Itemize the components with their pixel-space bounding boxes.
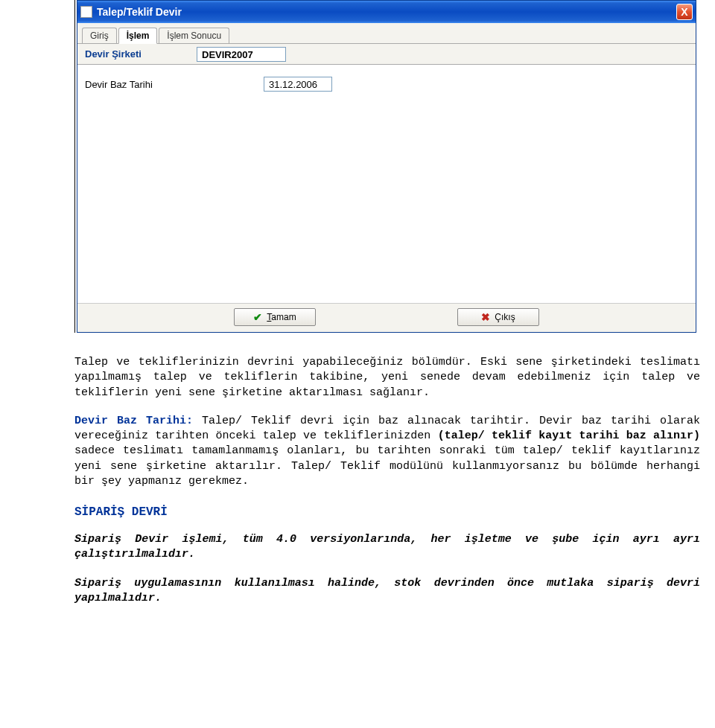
devir-baz-tarihi-input[interactable]: 31.12.2006 [264,77,332,92]
devir-sirketi-value[interactable]: DEVIR2007 [197,47,286,62]
button-bar: ✔ Tamam ✖ Çıkış [77,303,696,332]
close-icon: X [681,6,687,18]
tab-giris[interactable]: Giriş [82,28,117,43]
baz-tarihi-bold: (talep/ teklif kayıt tarihi baz alınır) [438,430,700,442]
app-icon [80,6,92,18]
tab-strip: Giriş İşlem İşlem Sonucu [77,23,696,44]
check-icon: ✔ [253,311,262,323]
baz-tarihi-term: Devir Baz Tarihi: [74,415,193,427]
devir-sirketi-label: Devir Şirketi [85,48,189,60]
tab-label: İşlem [127,31,150,41]
paragraph-intro: Talep ve tekliflerinizin devrini yapabil… [74,355,700,400]
paragraph-siparis-1: Sipariş Devir işlemi, tüm 4.0 versiyonla… [74,532,700,563]
heading-siparis-devri: SİPARİŞ DEVRİ [74,505,700,519]
title-bar: Talep/Teklif Devir X [77,1,696,23]
x-icon: ✖ [481,311,490,323]
exit-button-label: Çıkış [495,312,515,322]
screenshot-frame: Talep/Teklif Devir X Giriş İşlem İşlem S… [74,0,700,333]
client-area: Devir Baz Tarihi 31.12.2006 [77,65,696,303]
form-row-baz-tarihi: Devir Baz Tarihi 31.12.2006 [85,77,688,92]
header-bar: Devir Şirketi DEVIR2007 [77,44,696,65]
tab-label: Giriş [90,31,109,41]
ok-button[interactable]: ✔ Tamam [234,308,316,326]
paragraph-siparis-2: Sipariş uygulamasının kullanılması halin… [74,576,700,607]
tab-islem-sonucu[interactable]: İşlem Sonucu [159,28,229,43]
exit-button[interactable]: ✖ Çıkış [457,308,539,326]
ok-button-label: Tamam [267,312,296,322]
baz-tarihi-text-b: sadece teslimatı tamamlanmamış olanları,… [74,444,700,488]
devir-baz-tarihi-label: Devir Baz Tarihi [85,79,256,90]
close-button[interactable]: X [676,4,693,20]
app-window: Talep/Teklif Devir X Giriş İşlem İşlem S… [77,0,696,333]
tab-islem[interactable]: İşlem [118,28,158,44]
window-title: Talep/Teklif Devir [97,6,676,18]
paragraph-baz-tarihi: Devir Baz Tarihi: Talep/ Teklif devri iç… [74,414,700,489]
tab-label: İşlem Sonucu [167,31,221,41]
